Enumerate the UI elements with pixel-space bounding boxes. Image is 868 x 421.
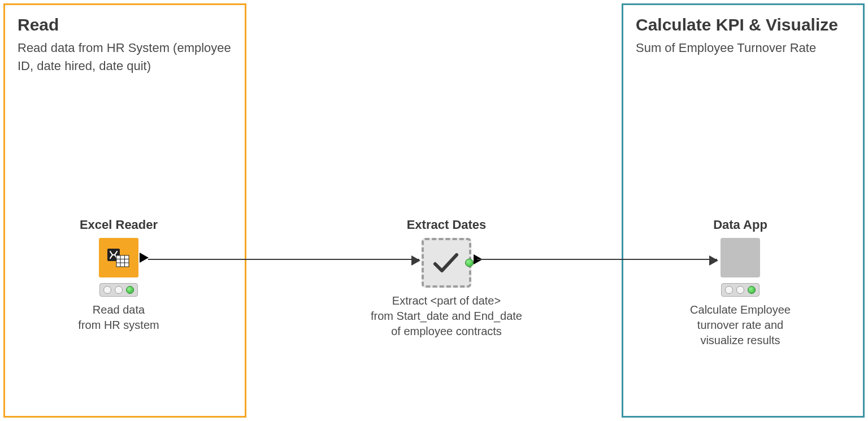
node-excel-reader-desc: Read data from HR system xyxy=(57,302,181,333)
output-port-icon xyxy=(140,253,149,263)
connection-excel-to-extract xyxy=(148,259,419,260)
annotation-calculate-title: Calculate KPI & Visualize xyxy=(636,15,850,34)
svg-rect-1 xyxy=(116,255,129,267)
traffic-light xyxy=(721,283,760,297)
metanode-icon xyxy=(422,238,471,288)
workflow-canvas: Read Read data from HR System (employee … xyxy=(0,0,868,421)
excel-reader-icon xyxy=(99,238,138,277)
node-data-app-desc: Calculate Employee turnover rate and vis… xyxy=(678,302,802,348)
annotation-read: Read Read data from HR System (employee … xyxy=(3,3,246,418)
status-dot-yellow xyxy=(736,286,744,294)
annotation-read-desc: Read data from HR System (employee ID, d… xyxy=(18,39,232,75)
annotation-read-title: Read xyxy=(18,15,232,34)
status-dot-red xyxy=(725,286,733,294)
node-excel-reader[interactable]: Excel Reader Read data fro xyxy=(57,218,181,333)
status-dot-green xyxy=(748,286,756,294)
node-extract-dates-label: Extract Dates xyxy=(362,218,531,232)
node-extract-dates-desc: Extract <part of date> from Start_date a… xyxy=(362,293,531,339)
node-extract-dates[interactable]: Extract Dates Extract <part of date> fro… xyxy=(362,218,531,339)
node-excel-reader-label: Excel Reader xyxy=(57,218,181,232)
status-dot-green xyxy=(126,286,134,294)
annotation-calculate-desc: Sum of Employee Turnover Rate xyxy=(636,39,850,57)
status-dot-red xyxy=(103,286,111,294)
annotation-calculate: Calculate KPI & Visualize Sum of Employe… xyxy=(622,3,865,418)
traffic-light xyxy=(99,283,138,297)
node-data-app[interactable]: Data App Calculate Employee turnover rat… xyxy=(678,218,802,348)
status-dot-yellow xyxy=(115,286,123,294)
node-data-app-label: Data App xyxy=(678,218,802,232)
connection-extract-to-app xyxy=(477,259,717,260)
metanode-output-port-icon xyxy=(465,259,474,267)
component-icon xyxy=(721,238,760,277)
